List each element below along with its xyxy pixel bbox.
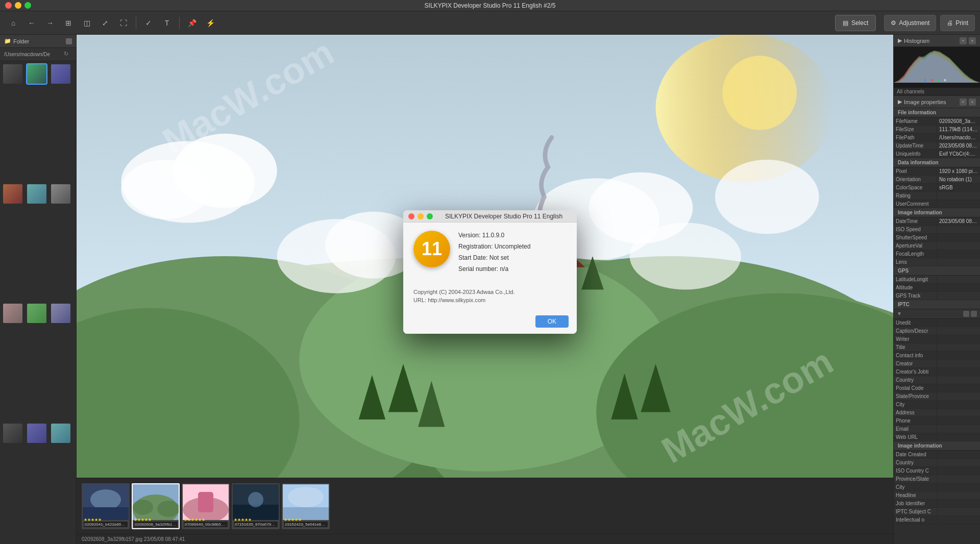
sidebar-thumbnail[interactable] bbox=[51, 184, 70, 204]
filmstrip-thumb-2[interactable]: ★★★★★ 2023/05/08 08:47:41 02092608_3a329… bbox=[132, 483, 180, 529]
props-row: Job Identifier bbox=[894, 500, 980, 508]
sidebar-thumbnail[interactable] bbox=[27, 304, 46, 323]
sidebar-thumbnail[interactable] bbox=[51, 424, 70, 443]
iptc-toggle[interactable]: ▼ bbox=[894, 309, 980, 319]
forward-button[interactable]: → bbox=[42, 15, 58, 31]
dialog-maximize-button[interactable] bbox=[427, 213, 433, 219]
fit-button[interactable]: ⤢ bbox=[97, 15, 113, 31]
grid-view-button[interactable]: ⊞ bbox=[60, 15, 77, 31]
adjustment-icon: ⚙ bbox=[891, 19, 896, 27]
props-key: City bbox=[894, 401, 937, 408]
histogram-expand-button[interactable]: + bbox=[960, 37, 967, 44]
props-key: Postal Code bbox=[894, 384, 937, 392]
svg-point-51 bbox=[937, 79, 939, 81]
image-properties-title: Image properties bbox=[904, 99, 946, 105]
props-val bbox=[937, 376, 980, 384]
pin-button[interactable]: 📌 bbox=[184, 15, 200, 31]
sidebar-path: /Users/macdown/De ↻ bbox=[0, 48, 76, 61]
props-val: 2023/05/08 08:47:41 bbox=[937, 142, 980, 150]
props-val bbox=[937, 451, 980, 458]
histogram-close-button[interactable]: × bbox=[969, 37, 976, 44]
folder-icon: 📁 bbox=[4, 38, 11, 44]
sidebar-thumbnail[interactable] bbox=[51, 304, 70, 323]
svg-point-49 bbox=[924, 79, 926, 81]
filmstrip-thumb-1[interactable]: ★★★★★ 2023/05/08 08:52:07 02092041_b422a… bbox=[82, 483, 130, 529]
props-key: ISO Country C bbox=[894, 467, 937, 475]
print-button[interactable]: 🖨 Print bbox=[940, 15, 975, 31]
histogram-panel: ▶ Histogram + × bbox=[894, 35, 980, 96]
sidebar-thumbnail[interactable] bbox=[3, 424, 22, 443]
props-row: FileName 02092608_3a329fb157.jp bbox=[894, 117, 980, 126]
adjustment-label: Adjustment bbox=[899, 19, 929, 27]
filmstrip-thumb-4[interactable]: ★★★★★ 2023/04/04 09:32:45 07151635_870e6… bbox=[232, 483, 280, 529]
filmstrip-image-5 bbox=[283, 484, 329, 520]
toolbar: ⌂ ← → ⊞ ◫ ⤢ ⛶ ✓ T 📌 ⚡ ▤ Select ⚙ Adjustm… bbox=[0, 11, 980, 35]
filmstrip-thumb-3[interactable]: ★★★★★★ 2023/04/04 09:33:51 07096640_00c9… bbox=[182, 483, 230, 529]
props-val bbox=[937, 352, 980, 359]
props-key: Phone bbox=[894, 417, 937, 425]
iptc-btn-1[interactable] bbox=[963, 311, 969, 317]
props-row: ApertureVal bbox=[894, 242, 980, 250]
svg-point-11 bbox=[121, 160, 210, 219]
props-key: DateTime bbox=[894, 217, 937, 225]
svg-point-2 bbox=[722, 56, 796, 130]
props-val bbox=[937, 200, 980, 208]
maximize-button[interactable] bbox=[24, 2, 31, 9]
registration-line: Registration: Uncompleted bbox=[458, 242, 567, 251]
separator-2 bbox=[179, 17, 180, 29]
dialog-close-button[interactable] bbox=[408, 213, 414, 219]
svg-point-52 bbox=[944, 79, 946, 81]
props-row: Postal Code bbox=[894, 384, 980, 392]
props-row: FileSize 111.79kB (114475Byte bbox=[894, 126, 980, 134]
home-button[interactable]: ⌂ bbox=[5, 15, 21, 31]
sidebar-thumbnail[interactable] bbox=[3, 64, 22, 84]
filmstrip-image-1 bbox=[83, 484, 129, 520]
sidebar-thumbnail[interactable] bbox=[27, 64, 46, 84]
back-button[interactable]: ← bbox=[23, 15, 40, 31]
sidebar-close-button[interactable] bbox=[66, 38, 72, 44]
sidebar-thumbnail[interactable] bbox=[27, 424, 46, 443]
dialog-footer: Copyright (C) 2004-2023 Adwaa Co.,Ltd. U… bbox=[403, 284, 577, 311]
expand-icon-2: ▶ bbox=[898, 98, 902, 105]
props-val bbox=[937, 192, 980, 200]
sidebar-thumbnail[interactable] bbox=[3, 304, 22, 323]
sidebar-thumbnail[interactable] bbox=[3, 184, 22, 204]
minimize-button[interactable] bbox=[15, 2, 21, 9]
compare-button[interactable]: ◫ bbox=[79, 15, 95, 31]
props-val bbox=[937, 475, 980, 483]
select-button[interactable]: ▤ Select bbox=[835, 15, 876, 31]
props-key: IPTC Subject C bbox=[894, 508, 937, 515]
dialog-minimize-button[interactable] bbox=[418, 213, 424, 219]
img-props-close-button[interactable]: × bbox=[969, 98, 976, 106]
iptc-btn-2[interactable] bbox=[971, 311, 977, 317]
close-button[interactable] bbox=[5, 2, 12, 9]
props-row: Creator bbox=[894, 360, 980, 368]
props-val: 111.79kB (114475Byte bbox=[937, 126, 980, 133]
sidebar-thumbnail[interactable] bbox=[51, 64, 70, 84]
serial-line: Serial number: n/a bbox=[458, 264, 567, 274]
props-val: /Users/macdown/Deskto bbox=[937, 134, 980, 141]
props-row: Rating bbox=[894, 192, 980, 200]
filmstrip-thumb-5[interactable]: ★★★★★ 2023/04/04 09:33:06 19152423_5e641… bbox=[282, 483, 330, 529]
stamp-button[interactable]: T bbox=[159, 15, 175, 31]
filter-button[interactable]: ⚡ bbox=[202, 15, 218, 31]
props-row: Creator's Jobti bbox=[894, 368, 980, 376]
props-key: Web URL bbox=[894, 433, 937, 441]
fullscreen-button[interactable]: ⛶ bbox=[115, 15, 132, 31]
adjustment-button[interactable]: ⚙ Adjustment bbox=[884, 15, 936, 31]
img-props-expand-button[interactable]: + bbox=[960, 98, 967, 106]
props-row: Contact info bbox=[894, 352, 980, 360]
registration-value: Uncompleted bbox=[495, 243, 531, 250]
sidebar-thumbnail[interactable] bbox=[27, 184, 46, 204]
ok-button[interactable]: OK bbox=[535, 315, 569, 328]
props-key: Contact info bbox=[894, 352, 937, 359]
check-button[interactable]: ✓ bbox=[140, 15, 157, 31]
svg-point-33 bbox=[90, 489, 121, 510]
right-panel: ▶ Histogram + × bbox=[893, 35, 980, 544]
props-key: Job Identifier bbox=[894, 500, 937, 507]
refresh-button[interactable]: ↻ bbox=[64, 51, 72, 59]
img-props-controls: + × bbox=[960, 98, 976, 106]
props-key: Altitude bbox=[894, 284, 937, 291]
props-val bbox=[937, 242, 980, 250]
props-row: City bbox=[894, 401, 980, 409]
